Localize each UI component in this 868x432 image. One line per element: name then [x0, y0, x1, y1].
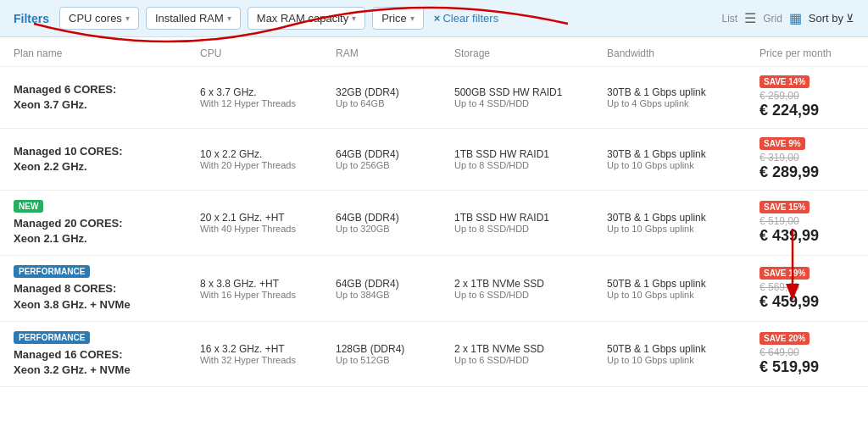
table-header: Plan name CPU RAM Storage Bandwidth Pric…	[0, 41, 868, 67]
list-view-button[interactable]: ☰	[744, 10, 756, 26]
plan-name-cell: NEW Managed 20 CORES:Xeon 2.1 GHz.	[14, 199, 200, 246]
sort-by-button[interactable]: Sort by ⊻	[809, 12, 854, 25]
save-badge: SAVE 15%	[760, 201, 810, 213]
filters-label: Filters	[14, 12, 49, 25]
plan-price: SAVE 15% € 519,00 € 439,99	[760, 201, 868, 245]
save-badge: SAVE 9%	[760, 137, 805, 150]
plan-bandwidth: 30TB & 1 Gbps uplink Up to 4 Gbps uplink	[607, 86, 760, 108]
new-price: € 224,99	[760, 102, 819, 119]
cpu-cores-filter[interactable]: CPU cores ▾	[59, 7, 139, 30]
table-row: PERFORMANCE Managed 16 CORES:Xeon 3.2 GH…	[0, 322, 868, 387]
plan-bandwidth: 30TB & 1 Gbps uplink Up to 10 Gbps uplin…	[607, 212, 760, 234]
plan-name: Managed 8 CORES:Xeon 3.8 GHz. + NVMe	[14, 282, 131, 310]
plan-cpu: 20 x 2.1 GHz. +HT With 40 Hyper Threads	[200, 212, 336, 234]
plan-storage: 500GB SSD HW RAID1 Up to 4 SSD/HDD	[454, 86, 607, 108]
plan-ram: 64GB (DDR4) Up to 384GB	[336, 278, 454, 300]
plan-name-cell: PERFORMANCE Managed 8 CORES:Xeon 3.8 GHz…	[14, 264, 200, 312]
table-row: PERFORMANCE Managed 8 CORES:Xeon 3.8 GHz…	[0, 256, 868, 321]
plan-cpu: 8 x 3.8 GHz. +HT With 16 Hyper Threads	[200, 278, 336, 300]
new-price: € 459,99	[760, 293, 819, 311]
save-badge: SAVE 19%	[760, 267, 810, 280]
save-badge: SAVE 20%	[760, 332, 810, 345]
filters-bar: Filters CPU cores ▾ Installed RAM ▾ Max …	[0, 0, 868, 37]
list-view-label: List	[721, 13, 737, 25]
table-row: NEW Managed 20 CORES:Xeon 2.1 GHz. 20 x …	[0, 191, 868, 256]
new-price: € 289,99	[760, 163, 819, 181]
plan-cpu: 6 x 3.7 GHz. With 12 Hyper Threads	[200, 86, 336, 108]
table-row: Managed 10 CORES:Xeon 2.2 GHz. 10 x 2.2 …	[0, 129, 868, 191]
new-price: € 519,99	[760, 358, 819, 376]
plan-name: Managed 16 CORES:Xeon 3.2 GHz. + NVMe	[14, 348, 131, 376]
plan-price: SAVE 20% € 649,00 € 519,99	[760, 332, 868, 376]
plan-name-cell: Managed 6 CORES:Xeon 3.7 GHz.	[14, 82, 200, 113]
grid-view-label: Grid	[763, 13, 782, 25]
plan-bandwidth: 50TB & 1 Gbps uplink Up to 10 Gbps uplin…	[607, 343, 760, 365]
old-price: € 519,00	[760, 215, 799, 227]
plan-storage: 2 x 1TB NVMe SSD Up to 6 SSD/HDD	[454, 343, 607, 365]
plan-name-cell: PERFORMANCE Managed 16 CORES:Xeon 3.2 GH…	[14, 330, 200, 378]
save-badge: SAVE 14%	[760, 75, 810, 88]
clear-filters-button[interactable]: × Clear filters	[434, 12, 498, 25]
plan-ram: 32GB (DDR4) Up to 64GB	[336, 86, 454, 108]
view-controls: List ☰ Grid ▦ Sort by ⊻	[721, 10, 854, 26]
plan-ram: 64GB (DDR4) Up to 256GB	[336, 148, 454, 170]
table-row: Managed 6 CORES:Xeon 3.7 GHz. 6 x 3.7 GH…	[0, 67, 868, 129]
plan-name: Managed 6 CORES:Xeon 3.7 GHz.	[14, 83, 116, 111]
plan-storage: 2 x 1TB NVMe SSD Up to 6 SSD/HDD	[454, 278, 607, 300]
grid-view-button[interactable]: ▦	[789, 10, 802, 26]
old-price: € 259,00	[760, 90, 799, 102]
plan-cpu: 16 x 3.2 GHz. +HT With 32 Hyper Threads	[200, 343, 336, 365]
plan-name-cell: Managed 10 CORES:Xeon 2.2 GHz.	[14, 144, 200, 174]
col-cpu: CPU	[200, 47, 336, 59]
plans-list: Managed 6 CORES:Xeon 3.7 GHz. 6 x 3.7 GH…	[0, 67, 868, 387]
plan-storage: 1TB SSD HW RAID1 Up to 8 SSD/HDD	[454, 148, 607, 170]
col-bandwidth: Bandwidth	[607, 47, 760, 59]
new-price: € 439,99	[760, 227, 819, 245]
plan-bandwidth: 50TB & 1 Gbps uplink Up to 10 Gbps uplin…	[607, 278, 760, 300]
col-price: Price per month	[760, 47, 868, 59]
plan-price: SAVE 14% € 259,00 € 224,99	[760, 75, 868, 119]
plan-badge: PERFORMANCE	[14, 265, 90, 278]
price-filter[interactable]: Price ▾	[372, 7, 424, 30]
plan-name: Managed 10 CORES:Xeon 2.2 GHz.	[14, 145, 123, 173]
plan-bandwidth: 30TB & 1 Gbps uplink Up to 10 Gbps uplin…	[607, 148, 760, 170]
plan-name: Managed 20 CORES:Xeon 2.1 GHz.	[14, 217, 123, 245]
plan-ram: 128GB (DDR4) Up to 512GB	[336, 343, 454, 365]
old-price: € 319,00	[760, 152, 799, 163]
plan-badge: PERFORMANCE	[14, 331, 90, 344]
old-price: € 649,00	[760, 346, 799, 358]
col-plan-name: Plan name	[14, 47, 200, 59]
plan-cpu: 10 x 2.2 GHz. With 20 Hyper Threads	[200, 148, 336, 170]
plan-storage: 1TB SSD HW RAID1 Up to 8 SSD/HDD	[454, 212, 607, 234]
old-price: € 569,00	[760, 281, 799, 293]
installed-ram-filter[interactable]: Installed RAM ▾	[146, 7, 241, 30]
max-ram-filter[interactable]: Max RAM capacity ▾	[248, 7, 365, 30]
plan-price: SAVE 9% € 319,00 € 289,99	[760, 137, 868, 181]
plan-price: SAVE 19% € 569,00 € 459,99	[760, 267, 868, 311]
plan-badge: NEW	[14, 200, 43, 213]
col-storage: Storage	[454, 47, 607, 59]
col-ram: RAM	[336, 47, 454, 59]
plan-ram: 64GB (DDR4) Up to 320GB	[336, 212, 454, 234]
